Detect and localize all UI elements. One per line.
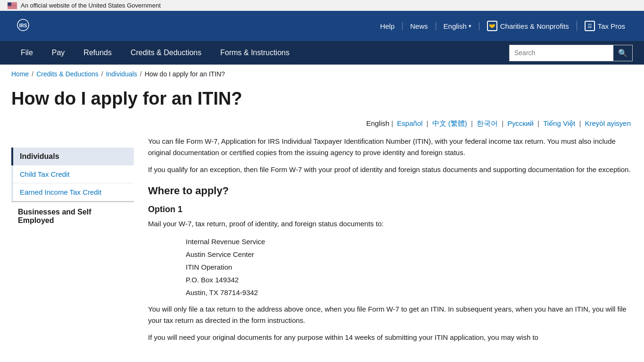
gov-banner: An official website of the United States… — [0, 0, 644, 11]
breadcrumb-sep-3: / — [140, 70, 142, 78]
svg-rect-10 — [8, 7, 17, 8]
header-nav: Help News English ▾ 🤝 Charities & Nonpro… — [372, 21, 633, 31]
main-nav-links: File Pay Refunds Credits & Deductions Fo… — [11, 41, 509, 65]
lang-english: English — [366, 119, 389, 127]
breadcrumb: Home / Credits & Deductions / Individual… — [0, 65, 644, 83]
lang-korean[interactable]: 한국어 — [477, 119, 498, 127]
nav-file[interactable]: File — [11, 41, 42, 65]
page-title: How do I apply for an ITIN? — [0, 83, 644, 119]
address-line-4: P.O. Box 149342 — [186, 273, 633, 286]
nav-refunds[interactable]: Refunds — [74, 41, 121, 65]
nav-credits[interactable]: Credits & Deductions — [121, 41, 211, 65]
tax-pros-icon: ☰ — [585, 21, 595, 31]
mailing-address: Internal Revenue Service Austin Service … — [186, 235, 633, 299]
svg-rect-12 — [8, 8, 17, 8]
us-flag-icon — [8, 2, 17, 9]
address-line-5: Austin, TX 78714-9342 — [186, 286, 633, 299]
search-box: 🔍 — [509, 45, 633, 61]
irs-logo-icon: IRS — [11, 16, 35, 35]
nav-forms[interactable]: Forms & Instructions — [211, 41, 299, 65]
paragraph-3: You will only file a tax return to the a… — [148, 304, 633, 326]
paragraph-4: If you will need your original documents… — [148, 332, 633, 343]
main-nav: File Pay Refunds Credits & Deductions Fo… — [0, 41, 644, 65]
option1-heading: Option 1 — [148, 205, 633, 214]
svg-rect-11 — [8, 8, 17, 8]
svg-rect-13 — [8, 2, 11, 6]
where-to-apply-heading: Where to apply? — [148, 185, 633, 197]
gov-banner-text: An official website of the United States… — [21, 2, 161, 9]
lang-russian[interactable]: Русский — [507, 119, 534, 127]
tax-pros-link[interactable]: ☰ Tax Pros — [577, 21, 633, 31]
news-link[interactable]: News — [403, 22, 436, 30]
svg-rect-7 — [8, 6, 17, 6]
lang-espanol[interactable]: Español — [397, 119, 422, 127]
paragraph-2: If you qualify for an exception, then fi… — [148, 164, 633, 175]
lang-chinese[interactable]: 中文 (繁體) — [432, 119, 467, 127]
help-link[interactable]: Help — [372, 22, 403, 30]
site-header: IRS Help News English ▾ 🤝 Charities & No… — [0, 11, 644, 41]
sidebar-items: Child Tax Credit Earned Income Tax Credi… — [11, 165, 134, 201]
charities-icon: 🤝 — [487, 21, 497, 31]
search-container: 🔍 — [509, 45, 633, 61]
breadcrumb-current: How do I apply for an ITIN? — [145, 70, 225, 78]
nav-pay[interactable]: Pay — [42, 41, 74, 65]
lang-creole[interactable]: Kreyòl ayisyen — [585, 119, 631, 127]
search-input[interactable] — [510, 46, 613, 59]
main-content: English | Español | 中文 (繁體) | 한국어 | Русс… — [148, 119, 633, 349]
sidebar-item-eitc[interactable]: Earned Income Tax Credit — [13, 183, 134, 201]
svg-rect-9 — [8, 7, 17, 7]
paragraph-1: You can file Form W-7, Application for I… — [148, 136, 633, 158]
breadcrumb-credits[interactable]: Credits & Deductions — [36, 70, 99, 78]
language-links: English | Español | 中文 (繁體) | 한국어 | Русс… — [148, 119, 633, 136]
address-line-1: Internal Revenue Service — [186, 235, 633, 248]
content-wrapper: Individuals Child Tax Credit Earned Inco… — [0, 119, 644, 349]
breadcrumb-home[interactable]: Home — [11, 70, 29, 78]
sidebar-individuals-header[interactable]: Individuals — [11, 148, 134, 165]
address-line-2: Austin Service Center — [186, 248, 633, 261]
sidebar-item-child-tax[interactable]: Child Tax Credit — [13, 165, 134, 183]
english-link[interactable]: English ▾ — [436, 22, 479, 30]
option1-intro: Mail your W-7, tax return, proof of iden… — [148, 218, 633, 230]
svg-rect-8 — [8, 6, 17, 7]
svg-text:IRS: IRS — [19, 23, 27, 28]
sidebar: Individuals Child Tax Credit Earned Inco… — [11, 119, 134, 349]
breadcrumb-sep-2: / — [101, 70, 103, 78]
charities-link[interactable]: 🤝 Charities & Nonprofits — [479, 21, 577, 31]
search-button[interactable]: 🔍 — [613, 45, 632, 61]
address-line-3: ITIN Operation — [186, 261, 633, 273]
irs-logo[interactable]: IRS — [11, 16, 35, 35]
chevron-down-icon: ▾ — [469, 23, 471, 29]
breadcrumb-sep-1: / — [32, 70, 33, 78]
lang-vietnamese[interactable]: Tiếng Việt — [543, 119, 575, 127]
search-icon: 🔍 — [618, 49, 627, 57]
breadcrumb-individuals[interactable]: Individuals — [106, 70, 137, 78]
sidebar-businesses-header[interactable]: Businesses and Self Employed — [11, 201, 134, 230]
